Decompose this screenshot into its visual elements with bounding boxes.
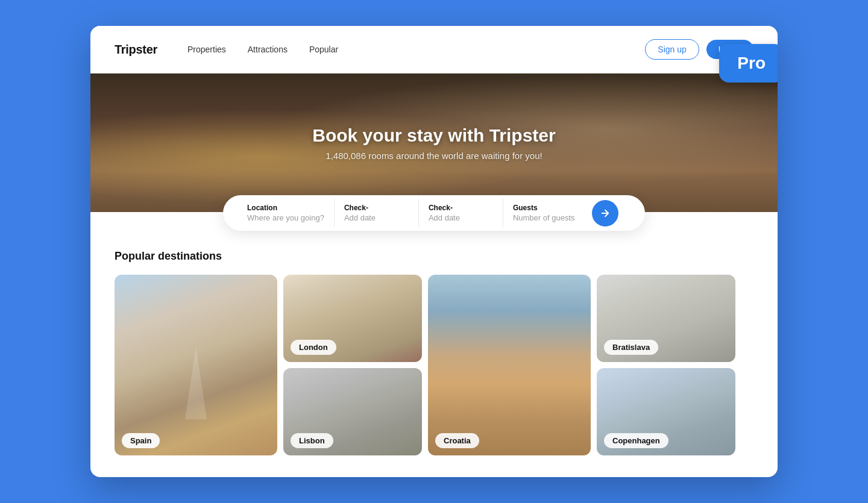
- croatia-label: Croatia: [435, 433, 479, 448]
- hero-banner: Book your stay with Tripster 1,480,086 r…: [90, 73, 778, 212]
- checkin-label: Check-: [344, 204, 409, 212]
- nav-links: Properties Attractions Popular: [187, 45, 645, 54]
- nav-properties[interactable]: Properties: [187, 45, 226, 54]
- nav-attractions[interactable]: Attractions: [248, 45, 288, 54]
- copenhagen-label: Copenhagen: [604, 433, 668, 448]
- checkin-field[interactable]: Check- Add date: [334, 199, 418, 227]
- spain-label: Spain: [122, 433, 160, 448]
- location-value: Where are you going?: [247, 213, 324, 222]
- destinations-grid: Spain London Croatia Bratislava Lisbon: [115, 275, 753, 455]
- search-bar-wrapper: Location Where are you going? Check- Add…: [90, 195, 778, 231]
- croatia-bg: [428, 275, 591, 455]
- checkout-label: Check-: [429, 204, 493, 212]
- pro-badge: Pro: [719, 44, 778, 83]
- destination-lisbon[interactable]: Lisbon: [283, 368, 422, 455]
- checkin-value: Add date: [344, 213, 409, 222]
- destination-spain[interactable]: Spain: [115, 275, 277, 455]
- browser-window: Pro Tripster Properties Attractions Popu…: [90, 26, 778, 477]
- guests-field[interactable]: Guests Number of guests: [503, 199, 587, 227]
- guests-value: Number of guests: [513, 213, 577, 222]
- spain-bg: [115, 275, 277, 455]
- london-label: London: [291, 340, 336, 355]
- destination-croatia[interactable]: Croatia: [428, 275, 591, 455]
- hero-title: Book your stay with Tripster: [312, 125, 555, 146]
- search-button[interactable]: [592, 200, 618, 227]
- destination-copenhagen[interactable]: Copenhagen: [597, 368, 735, 455]
- guests-label: Guests: [513, 204, 577, 212]
- bratislava-label: Bratislava: [604, 340, 658, 355]
- location-label: Location: [247, 204, 324, 212]
- navbar: Tripster Properties Attractions Popular …: [90, 26, 778, 73]
- destination-bratislava[interactable]: Bratislava: [597, 275, 735, 362]
- location-field[interactable]: Location Where are you going?: [237, 199, 334, 227]
- nav-popular[interactable]: Popular: [309, 45, 338, 54]
- section-title: Popular destinations: [115, 250, 753, 263]
- destination-london[interactable]: London: [283, 275, 422, 362]
- hero-subtitle: 1,480,086 rooms around the world are wai…: [326, 151, 542, 161]
- search-bar: Location Where are you going? Check- Add…: [223, 195, 645, 231]
- checkout-value: Add date: [429, 213, 493, 222]
- brand-logo: Tripster: [115, 43, 157, 57]
- signup-button[interactable]: Sign up: [645, 39, 699, 60]
- destinations-section: Popular destinations Spain London Croati…: [90, 231, 778, 477]
- arrow-right-icon: [600, 208, 611, 219]
- checkout-field[interactable]: Check- Add date: [418, 199, 503, 227]
- lisbon-label: Lisbon: [291, 433, 333, 448]
